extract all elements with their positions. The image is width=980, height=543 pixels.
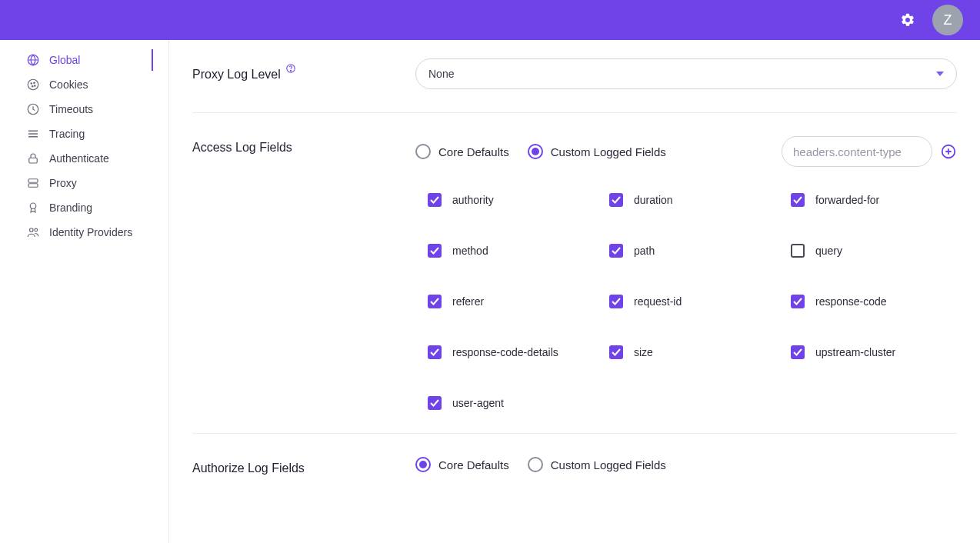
field-path[interactable]: path [609,244,775,258]
checkbox-checked-icon [609,345,623,359]
checkbox-checked-icon [428,295,442,308]
field-label: user-agent [452,397,504,409]
settings-gear-icon[interactable] [900,12,915,28]
svg-point-14 [291,70,292,71]
user-avatar[interactable]: Z [932,5,963,35]
field-label: size [634,346,653,358]
checkbox-checked-icon [428,345,442,359]
sidebar-item-label: Proxy [49,177,77,189]
sidebar-item-label: Branding [49,202,92,214]
help-icon[interactable] [285,63,296,74]
svg-rect-7 [29,158,38,163]
list-icon [26,127,40,141]
field-request-id[interactable]: request-id [609,295,775,308]
sidebar-item-global[interactable]: Global [0,48,168,72]
sidebar-item-authenticate[interactable]: Authenticate [0,146,168,171]
sidebar-item-label: Identity Providers [49,226,132,238]
field-response-code[interactable]: response-code [791,295,957,308]
radio-core-defaults[interactable]: Core Defaults [415,144,509,159]
radio-label: Core Defaults [438,458,509,471]
select-value: None [428,68,454,80]
field-upstream-cluster[interactable]: upstream-cluster [791,345,957,359]
field-label: response-code [815,295,887,308]
svg-point-1 [28,79,38,90]
svg-rect-8 [28,179,38,183]
add-field-button[interactable] [940,143,957,160]
field-label: referer [452,295,484,308]
svg-point-4 [32,86,34,88]
proxy-log-level-label: Proxy Log Level [192,58,415,89]
authorize-log-fields-label: Authorize Log Fields [192,457,415,475]
access-log-radio-group: Core Defaults Custom Logged Fields [415,144,666,159]
access-log-fields-label: Access Log Fields [192,136,415,410]
checkbox-checked-icon [791,345,805,359]
field-label: path [634,245,655,257]
field-label: request-id [634,295,682,308]
cookie-icon [26,78,40,92]
avatar-initial: Z [944,12,952,28]
sidebar-item-tracing[interactable]: Tracing [0,122,168,146]
field-method[interactable]: method [428,244,594,258]
checkbox-checked-icon [609,193,623,207]
authorize-log-radio-group: Core Defaults Custom Logged Fields [415,457,957,472]
section-authorize-log-fields: Authorize Log Fields Core Defaults Custo… [192,433,957,498]
radio-label: Custom Logged Fields [551,458,666,471]
label-text: Authorize Log Fields [192,461,305,475]
sidebar-item-label: Tracing [49,128,85,140]
field-duration[interactable]: duration [609,193,775,207]
lock-icon [26,152,40,165]
field-label: query [815,245,842,257]
field-label: authority [452,194,494,206]
section-access-log-fields: Access Log Fields Core Defaults Custom L… [192,112,957,433]
radio-authorize-custom-logged-fields[interactable]: Custom Logged Fields [528,457,666,472]
users-icon [26,225,40,239]
radio-label: Custom Logged Fields [551,145,666,158]
field-label: upstream-cluster [815,346,895,358]
add-field-input[interactable] [782,136,932,167]
label-text: Access Log Fields [192,141,292,154]
sidebar-item-timeouts[interactable]: Timeouts [0,97,168,122]
settings-sidebar: Global Cookies Timeouts Tracing Authenti… [0,40,169,543]
radio-custom-logged-fields[interactable]: Custom Logged Fields [528,144,666,159]
checkbox-checked-icon [609,244,623,258]
add-field-group [782,136,957,167]
checkbox-checked-icon [428,193,442,207]
checkbox-checked-icon [609,295,623,308]
field-referer[interactable]: referer [428,295,594,308]
svg-point-2 [31,83,32,85]
sidebar-item-label: Cookies [49,78,88,91]
section-proxy-log-level: Proxy Log Level None [192,40,957,112]
field-user-agent[interactable]: user-agent [428,396,594,410]
top-header: Z [0,0,980,40]
sidebar-item-identity-providers[interactable]: Identity Providers [0,220,168,245]
field-authority[interactable]: authority [428,193,594,207]
field-label: duration [634,194,673,206]
svg-point-5 [35,85,36,87]
sidebar-item-cookies[interactable]: Cookies [0,72,168,97]
svg-point-11 [30,228,34,232]
field-label: method [452,245,488,257]
field-query[interactable]: query [791,244,957,258]
svg-point-3 [34,82,35,84]
svg-point-12 [35,228,38,232]
globe-icon [26,53,40,67]
sidebar-item-branding[interactable]: Branding [0,195,168,220]
svg-rect-9 [28,184,38,188]
radio-authorize-core-defaults[interactable]: Core Defaults [415,457,509,472]
field-response-code-details[interactable]: response-code-details [428,345,594,359]
radio-label: Core Defaults [438,145,509,158]
field-label: response-code-details [452,346,558,358]
checkbox-unchecked-icon [791,244,805,258]
clock-icon [26,102,40,116]
settings-main: Proxy Log Level None Access Log Fields [169,40,980,543]
label-text: Proxy Log Level [192,68,281,81]
checkbox-checked-icon [428,244,442,258]
proxy-log-level-select[interactable]: None [415,58,957,89]
sidebar-item-proxy[interactable]: Proxy [0,171,168,195]
checkbox-checked-icon [791,295,805,308]
access-log-fields-grid: authority duration forwarded-for method [415,193,957,410]
sidebar-item-label: Global [49,54,80,66]
svg-point-10 [30,203,36,209]
field-size[interactable]: size [609,345,775,359]
field-forwarded-for[interactable]: forwarded-for [791,193,957,207]
